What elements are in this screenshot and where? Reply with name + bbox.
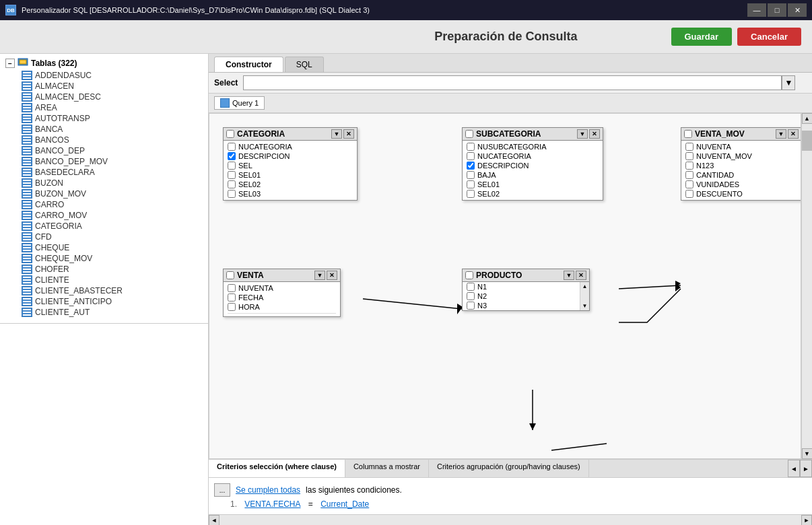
main-layout: − Tablas (322) ADDENDASUC — [0, 54, 812, 525]
table-icon — [22, 125, 32, 134]
criteria-op: = — [308, 499, 313, 509]
field-n2: N2 — [463, 291, 580, 301]
svg-rect-71 — [23, 255, 31, 256]
table-down-btn-subcategoria[interactable]: ▼ — [577, 129, 588, 139]
field-sel01-cat: SEL01 — [224, 170, 357, 180]
criteria-field-link[interactable]: VENTA.FECHA — [244, 499, 300, 509]
tab-sql[interactable]: SQL — [285, 57, 324, 72]
field-hora-v: HORA — [224, 302, 340, 312]
sidebar-item-buzon_mov[interactable]: BUZON_MOV — [3, 188, 205, 199]
criteria-tab-where[interactable]: Criterios selección (where clause) — [209, 460, 345, 477]
sidebar-item-cliente_abastecer[interactable]: CLIENTE_ABASTECER — [3, 285, 205, 296]
criteria-condition-label[interactable]: Se cumplen todas — [236, 485, 300, 495]
sidebar-item-area[interactable]: AREA — [3, 102, 205, 113]
svg-rect-35 — [23, 158, 31, 160]
table-check-venta[interactable] — [226, 271, 234, 279]
guardar-button[interactable]: Guardar — [671, 28, 733, 46]
table-close-btn-producto[interactable]: ✕ — [576, 271, 586, 280]
table-check-producto[interactable] — [465, 271, 473, 279]
sidebar-item-label: CARRO — [35, 200, 64, 209]
table-close-btn-subcategoria[interactable]: ✕ — [589, 129, 600, 139]
scroll-down-btn[interactable]: ▼ — [802, 448, 813, 459]
sidebar-item-cliente_aut[interactable]: CLIENTE_AUT — [3, 307, 205, 318]
sidebar-item-cliente_anticipo[interactable]: CLIENTE_ANTICIPO — [3, 296, 205, 307]
svg-rect-24 — [23, 129, 31, 130]
tree-collapse-button[interactable]: − — [5, 59, 15, 68]
table-down-btn-venta[interactable]: ▼ — [314, 271, 325, 280]
svg-rect-15 — [23, 104, 31, 106]
sidebar-item-addendasuc[interactable]: ADDENDASUC — [3, 70, 205, 81]
table-check-categoria[interactable] — [226, 130, 234, 138]
sidebar-item-cheque[interactable]: CHEQUE — [3, 242, 205, 253]
sidebar-item-buzon[interactable]: BUZON — [3, 178, 205, 188]
sidebar-item-categoria[interactable]: CATEGORIA — [3, 221, 205, 232]
close-button[interactable]: ✕ — [788, 3, 807, 17]
svg-line-99 — [551, 444, 607, 450]
criteria-nav: ◄ ► — [788, 460, 812, 477]
svg-rect-76 — [23, 269, 31, 270]
minimize-button[interactable]: — — [747, 3, 766, 17]
sidebar-item-label: CATEGORIA — [35, 221, 82, 231]
tree-root-label: Tablas (322) — [31, 59, 77, 68]
table-icon — [22, 211, 32, 220]
criteria-nav-right[interactable]: ► — [800, 460, 812, 477]
dropdown-arrow-icon[interactable]: ▼ — [782, 75, 795, 90]
table-box-categoria: CATEGORIA ▼ ✕ NUCATEGORIA DESCRIPCION SE… — [223, 127, 358, 201]
criteria-ellipsis-btn[interactable]: ... — [214, 483, 230, 497]
table-down-btn-producto[interactable]: ▼ — [564, 271, 574, 280]
maximize-button[interactable]: □ — [768, 3, 786, 17]
select-dropdown[interactable] — [243, 75, 782, 90]
table-check-venta-mov[interactable] — [684, 130, 692, 138]
table-close-btn-categoria[interactable]: ✕ — [343, 129, 354, 139]
table-close-btn-venta-mov[interactable]: ✕ — [788, 129, 799, 139]
svg-rect-83 — [23, 287, 31, 289]
svg-rect-44 — [23, 182, 31, 184]
cancelar-button[interactable]: Cancelar — [737, 28, 801, 46]
table-icon — [22, 81, 32, 91]
field-descuento: DESCUENTO — [681, 189, 801, 199]
criteria-nav-left[interactable]: ◄ — [788, 460, 800, 477]
table-title-venta-mov: VENTA_MOV — [695, 129, 745, 139]
sidebar-item-cfd[interactable]: CFD — [3, 232, 205, 242]
sidebar-item-cheque_mov[interactable]: CHEQUE_MOV — [3, 253, 205, 264]
sidebar-item-chofer[interactable]: CHOFER — [3, 264, 205, 275]
sidebar-item-cliente[interactable]: CLIENTE — [3, 275, 205, 285]
sidebar-item-autotransp[interactable]: AUTOTRANSP — [3, 113, 205, 124]
sidebar-item-banco_dep_mov[interactable]: BANCO_DEP_MOV — [3, 156, 205, 167]
table-down-btn-venta-mov[interactable]: ▼ — [776, 129, 786, 139]
svg-rect-23 — [23, 126, 31, 127]
field-descripcion-cat: DESCRIPCION — [224, 151, 357, 161]
table-check-subcategoria[interactable] — [465, 130, 473, 138]
criteria-value-link[interactable]: Current_Date — [320, 499, 369, 509]
scroll-right-btn[interactable]: ► — [801, 515, 812, 526]
scroll-thumb[interactable] — [802, 131, 812, 151]
sidebar-item-almacen[interactable]: ALMACEN — [3, 81, 205, 92]
query-tab-1[interactable]: Query 1 — [214, 96, 265, 110]
h-scroll-track[interactable] — [219, 515, 801, 525]
criteria-tab-columns[interactable]: Columnas a mostrar — [345, 460, 429, 477]
svg-rect-69 — [23, 250, 31, 251]
sidebar-item-basedeclara[interactable]: BASEDECLARA — [3, 167, 205, 178]
sidebar-item-carro[interactable]: CARRO — [3, 199, 205, 210]
criteria-tab-group[interactable]: Criterios agrupación (group/having claus… — [429, 460, 589, 477]
sidebar-item-banco_dep[interactable]: BANCO_DEP — [3, 145, 205, 156]
sidebar-item-almacen_desc[interactable]: ALMACEN_DESC — [3, 92, 205, 102]
tab-constructor[interactable]: Constructor — [214, 57, 283, 72]
table-box-subcategoria: SUBCATEGORIA ▼ ✕ NUSUBCATEGORIA NUCATEGO… — [462, 127, 603, 201]
scroll-up-btn[interactable]: ▲ — [582, 283, 588, 289]
sidebar-item-banca[interactable]: BANCA — [3, 124, 205, 135]
scroll-left-btn[interactable]: ◄ — [209, 515, 219, 526]
scroll-up-btn[interactable]: ▲ — [802, 113, 813, 124]
svg-rect-72 — [23, 258, 31, 259]
sidebar-item-bancos[interactable]: BANCOS — [3, 135, 205, 145]
table-body-subcategoria: NUSUBCATEGORIA NUCATEGORIA DESCRIPCION B… — [463, 141, 603, 200]
sidebar-item-label: ALMACEN — [35, 81, 74, 91]
toolbar: Select ▼ — [209, 73, 812, 94]
sidebar-item-label: BANCOS — [35, 135, 69, 145]
svg-rect-29 — [23, 142, 31, 143]
table-close-btn-venta[interactable]: ✕ — [327, 271, 337, 280]
table-down-btn-categoria[interactable]: ▼ — [331, 129, 342, 139]
criteria-main-row: ... Se cumplen todas las siguientes cond… — [214, 482, 807, 498]
sidebar-item-carro_mov[interactable]: CARRO_MOV — [3, 210, 205, 221]
scroll-down-btn[interactable]: ▼ — [582, 303, 588, 309]
